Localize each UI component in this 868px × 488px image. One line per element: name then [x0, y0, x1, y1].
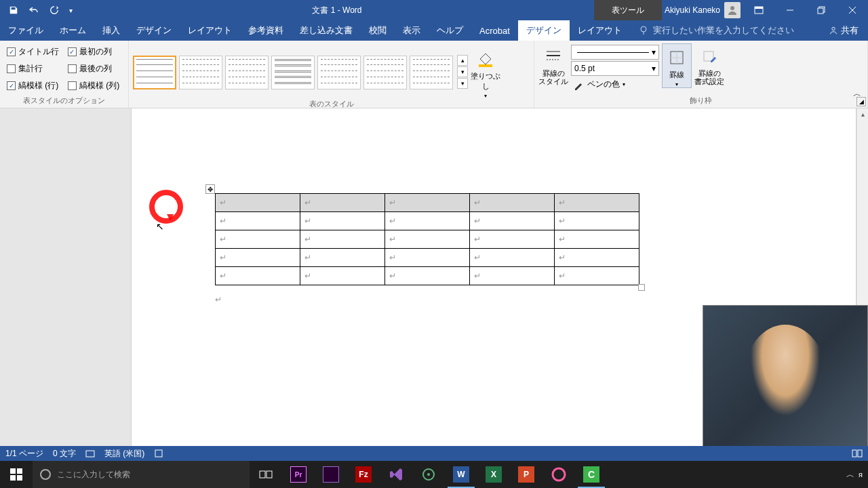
table-style-thumb[interactable] [133, 56, 176, 89]
table-style-thumb[interactable] [179, 56, 222, 89]
tell-me-search[interactable]: 実行したい作業を入力してください [630, 20, 819, 41]
table-resize-handle[interactable] [638, 284, 645, 291]
borders-button[interactable]: 罫線▾ [662, 43, 692, 88]
tab-references[interactable]: 参考資料 [240, 20, 292, 41]
chk-banded-columns[interactable]: 縞模様 (列) [68, 80, 121, 92]
tab-mailings[interactable]: 差し込み文書 [292, 20, 361, 41]
gallery-down[interactable]: ▾ [457, 66, 468, 77]
tray-ime[interactable]: я [859, 470, 863, 479]
camtasia-icon[interactable]: C [575, 461, 608, 488]
windows-taskbar: ここに入力して検索 Pr Fz W X P C ︿ я [0, 461, 868, 488]
borders-icon [666, 47, 688, 68]
table-style-thumb[interactable] [271, 56, 315, 89]
group-borders: 罫線の スタイル ▾ 0.5 pt▾ ペンの色▾ 罫線▾ 罫線の 書式設定 飾り… [534, 41, 868, 108]
restore-button[interactable] [806, 0, 837, 20]
title-bar: ▾ 文書 1 - Word 表ツール Akiyuki Kaneko [0, 0, 868, 20]
table-style-thumb[interactable] [410, 56, 453, 89]
status-read-mode-icon[interactable] [852, 449, 863, 458]
status-word-count[interactable]: 0 文字 [53, 448, 76, 460]
tab-home[interactable]: ホーム [52, 20, 94, 41]
svg-rect-11 [479, 64, 492, 67]
tab-layout[interactable]: レイアウト [180, 20, 240, 41]
powerpoint-icon[interactable]: P [510, 461, 542, 488]
status-macro-icon[interactable] [154, 449, 163, 458]
svg-rect-28 [260, 471, 265, 478]
filezilla-icon[interactable]: Fz [347, 461, 380, 488]
border-style-icon [542, 46, 564, 68]
user-area[interactable]: Akiyuki Kaneko [662, 2, 743, 18]
paint-bucket-icon [475, 48, 496, 70]
window-controls [743, 0, 868, 20]
shading-button[interactable]: 塗りつぶし▾ [471, 45, 500, 99]
gallery-up[interactable]: ▴ [457, 55, 468, 66]
media-encoder-icon[interactable] [315, 461, 347, 488]
minimize-button[interactable] [774, 0, 806, 20]
table-style-thumb[interactable] [225, 56, 269, 89]
document-title: 文書 1 - Word [80, 5, 594, 16]
atom-icon[interactable] [412, 461, 445, 488]
gallery-more[interactable]: ▾ [457, 78, 468, 89]
tab-table-layout[interactable]: レイアウト [570, 20, 630, 41]
tab-table-design[interactable]: デザイン [518, 20, 570, 41]
close-button[interactable] [837, 0, 868, 20]
windows-logo-icon [10, 468, 22, 481]
user-avatar-icon [724, 2, 741, 18]
svg-point-27 [41, 470, 50, 479]
ribbon: ✓タイトル行 ✓最初の列 集計行 最後の列 ✓縞模様 (行) 縞模様 (列) 表… [0, 41, 868, 108]
status-page[interactable]: 1/1 ページ [5, 448, 43, 460]
tab-review[interactable]: 校閲 [361, 20, 395, 41]
tab-acrobat[interactable]: Acrobat [471, 20, 518, 41]
chk-banded-rows[interactable]: ✓縞模様 (行) [7, 80, 61, 92]
status-bar: 1/1 ページ 0 文字 英語 (米国) [0, 446, 868, 461]
table-style-thumb[interactable] [317, 56, 361, 89]
table-style-thumb[interactable] [363, 56, 407, 89]
app-icon[interactable] [542, 461, 575, 488]
svg-rect-22 [858, 450, 862, 457]
border-weight-combo[interactable]: 0.5 pt▾ [571, 61, 659, 76]
redo-button[interactable] [45, 1, 64, 20]
visual-studio-icon[interactable] [380, 461, 412, 488]
system-tray[interactable]: ︿ я [841, 469, 868, 481]
tray-expand-icon[interactable]: ︿ [846, 469, 854, 481]
task-view-icon[interactable] [250, 461, 282, 488]
start-button[interactable] [0, 461, 33, 488]
tell-me-placeholder: 実行したい作業を入力してください [653, 24, 794, 37]
svg-point-32 [553, 468, 565, 481]
ribbon-display-options[interactable] [743, 0, 774, 20]
chk-first-column[interactable]: ✓最初の列 [68, 46, 121, 58]
svg-point-8 [641, 26, 646, 32]
tab-insert[interactable]: 挿入 [94, 20, 128, 41]
qat-customize[interactable]: ▾ [65, 1, 76, 20]
collapse-ribbon-button[interactable]: ︿ [853, 88, 865, 100]
status-spelling-icon[interactable] [85, 449, 95, 458]
tab-help[interactable]: ヘルプ [429, 20, 471, 41]
chk-header-row[interactable]: ✓タイトル行 [7, 46, 61, 58]
undo-button[interactable] [24, 1, 43, 20]
chk-last-column[interactable]: 最後の列 [68, 63, 121, 75]
premiere-icon[interactable]: Pr [282, 461, 315, 488]
border-painter-button[interactable]: 罫線の 書式設定 [694, 43, 724, 85]
scroll-up[interactable]: ▴ [857, 108, 869, 120]
taskbar-pinned: Pr Fz W X P C [250, 461, 608, 488]
border-style-button[interactable]: 罫線の スタイル [538, 43, 568, 85]
share-button[interactable]: 共有 [819, 20, 868, 41]
contextual-tab-label: 表ツール [594, 0, 662, 20]
tab-design[interactable]: デザイン [128, 20, 180, 41]
word-icon[interactable]: W [445, 461, 477, 488]
tab-file[interactable]: ファイル [0, 20, 52, 41]
paragraph-mark: ↵ [215, 295, 222, 304]
taskbar-search[interactable]: ここに入力して検索 [33, 461, 250, 488]
table-object[interactable]: ✥ ↵↵↵↵↵ ↵↵↵↵↵ ↵↵↵↵↵ ↵↵↵↵↵ ↵↵↵↵↵ [215, 193, 639, 285]
document-table[interactable]: ↵↵↵↵↵ ↵↵↵↵↵ ↵↵↵↵↵ ↵↵↵↵↵ ↵↵↵↵↵ [215, 193, 639, 285]
chk-total-row[interactable]: 集計行 [7, 63, 61, 75]
left-gutter [0, 108, 131, 461]
status-language[interactable]: 英語 (米国) [104, 448, 144, 460]
save-button[interactable] [4, 1, 23, 20]
excel-icon[interactable]: X [477, 461, 510, 488]
user-name: Akiyuki Kaneko [665, 5, 720, 15]
tab-view[interactable]: 表示 [395, 20, 429, 41]
gallery-scroll: ▴ ▾ ▾ [457, 55, 468, 89]
pen-color-button[interactable]: ペンの色▾ [571, 77, 659, 92]
table-move-handle[interactable]: ✥ [205, 184, 215, 194]
border-line-style-combo[interactable]: ▾ [571, 45, 659, 60]
